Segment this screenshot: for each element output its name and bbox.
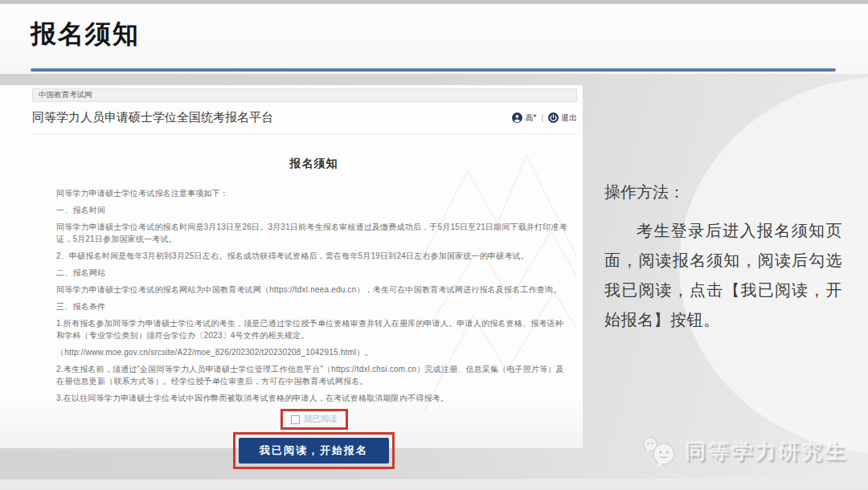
- bottom-band: [0, 480, 868, 490]
- wechat-bubbles-icon: [641, 435, 678, 468]
- channel-watermark: 同等学力研究生: [641, 435, 849, 468]
- notice-paragraph: （http://www.moe.gov.cn/srcsite/A22/moe_8…: [56, 346, 571, 358]
- instructions-heading: 操作方法：: [604, 182, 842, 203]
- instructions-body: 考生登录后进入报名须知页面，阅读报名须知，阅读后勾选我已阅读，点击【我已阅读，开…: [604, 216, 842, 335]
- user-name: 高*: [525, 112, 536, 124]
- agree-row: 我已阅读: [56, 409, 571, 430]
- notice-paragraph: 2、申硕报名时间是每年3月初到3月25日左右。报名成功获得考试资格后，需在每年5…: [56, 250, 571, 262]
- user-icon: [512, 112, 522, 123]
- notice-content: 报名须知 同等学力申请硕士学位考试报名注意事项如下：一、报名时间同等学力申请硕士…: [0, 157, 583, 469]
- notice-paragraph: 3.在以往同等学力申请硕士学位考试中因作弊而被取消考试资格的申请人，在考试资格取…: [56, 392, 571, 404]
- notice-paragraph: 二、报名网站: [56, 267, 571, 279]
- notice-paragraph: 同等学力申请硕士学位考试的报名时间是3月13日至26日。3月31日前考生报名审核…: [56, 221, 571, 245]
- button-row: 我已阅读，开始报名: [56, 432, 571, 469]
- notice-paragraph: 同等学力申请硕士学位考试报名注意事项如下：: [56, 187, 571, 199]
- start-registration-button[interactable]: 我已阅读，开始报名: [239, 438, 389, 463]
- browser-screenshot-panel: 中国教育考试网 同等学力人员申请硕士学位全国统考报名平台 高* |: [0, 85, 583, 448]
- page-title: 报名须知: [31, 17, 140, 52]
- logout-label: 退出: [561, 112, 577, 124]
- instructions-block: 操作方法： 考生登录后进入报名须知页面，阅读报名须知，阅读后勾选我已阅读，点击【…: [604, 182, 842, 335]
- notice-paragraph: 1.所有报名参加同等学力申请硕士学位考试的考生，须是已通过学位授予单位资格审查并…: [56, 317, 571, 341]
- site-name: 中国教育考试网: [39, 90, 92, 100]
- notice-paragraph: 三、报名条件: [56, 300, 571, 312]
- notice-paragraph: 一、报名时间: [56, 204, 571, 216]
- watermark-label: 同等学力研究生: [686, 438, 849, 466]
- slide: 报名须知 中国教育考试网 同等学力人员申请硕士学位全国统考报名平台: [0, 0, 868, 490]
- slide-header: 报名须知: [0, 0, 868, 74]
- agree-checkbox-label[interactable]: 我已阅读: [304, 414, 338, 425]
- user-area: 高* | 退出: [512, 112, 577, 124]
- platform-header: 同等学力人员申请硕士学位全国统考报名平台 高* |: [32, 102, 577, 134]
- logout-icon: [548, 112, 559, 123]
- top-edge-bar: [0, 0, 868, 4]
- notice-paragraphs: 同等学力申请硕士学位考试报名注意事项如下：一、报名时间同等学力申请硕士学位考试的…: [56, 187, 571, 404]
- platform-title: 同等学力人员申请硕士学位全国统考报名平台: [32, 110, 273, 125]
- button-highlight-box: 我已阅读，开始报名: [233, 432, 395, 469]
- title-underline: [31, 68, 836, 71]
- browser-site-bar: 中国教育考试网: [32, 88, 577, 102]
- notice-paragraph: 2.考生报名前，须通过“全国同等学力人员申请硕士学位管理工作信息平台”（http…: [56, 363, 571, 387]
- user-menu[interactable]: 高*: [512, 112, 536, 124]
- logout-button[interactable]: 退出: [548, 112, 577, 124]
- notice-heading: 报名须知: [56, 157, 571, 171]
- agree-checkbox[interactable]: [291, 415, 300, 424]
- header-divider: |: [541, 113, 543, 122]
- notice-paragraph: 同等学力申请硕士学位考试的报名网站为中国教育考试网（https://tdxl.n…: [56, 284, 571, 296]
- checkbox-highlight-box: 我已阅读: [280, 409, 348, 430]
